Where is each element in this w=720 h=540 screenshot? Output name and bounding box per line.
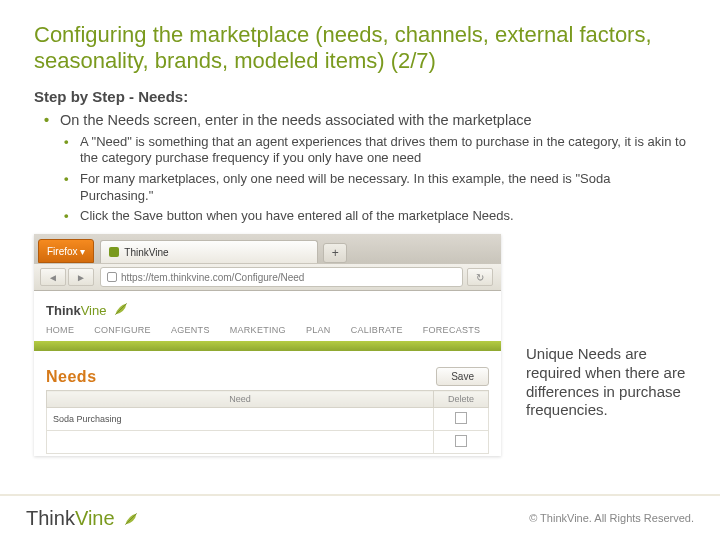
favicon-icon — [109, 247, 119, 257]
slide: Configuring the marketplace (needs, chan… — [0, 0, 720, 540]
browser-chrome: Firefox ▾ ThinkVine + ◄ ► https://tem.th… — [34, 234, 501, 291]
page-header-row: Needs Save — [46, 367, 489, 386]
app-logo: ThinkVine — [34, 291, 501, 321]
bullet-list: On the Needs screen, enter in the needs … — [34, 111, 686, 225]
need-cell-empty[interactable] — [47, 431, 434, 454]
browser-tab[interactable]: ThinkVine — [100, 240, 318, 263]
url-bar-row: ◄ ► https://tem.thinkvine.com/Configure/… — [34, 263, 501, 291]
nav-configure[interactable]: CONFIGURE — [94, 325, 151, 335]
need-cell[interactable]: Soda Purchasing — [47, 408, 434, 431]
col-delete: Delete — [434, 391, 489, 408]
forward-button[interactable]: ► — [68, 268, 94, 286]
bullet-1a: A "Need" is something that an agent expe… — [78, 134, 686, 167]
app-content: ThinkVine HOME CONFIGURE AGENTS MARKETIN… — [34, 291, 501, 456]
leaf-icon — [122, 511, 140, 527]
logo-part-1: Think — [46, 303, 81, 318]
table-row — [47, 431, 489, 454]
leaf-icon — [112, 301, 130, 317]
slide-footer: ThinkVine © ThinkVine. All Rights Reserv… — [0, 494, 720, 540]
bullet-1b: For many marketplaces, only one need wil… — [78, 171, 686, 204]
nav-reports-truncated[interactable]: RE — [500, 325, 501, 335]
tab-strip: Firefox ▾ ThinkVine + — [34, 234, 501, 263]
table-header-row: Need Delete — [47, 391, 489, 408]
nav-agents[interactable]: AGENTS — [171, 325, 210, 335]
url-text: https://tem.thinkvine.com/Configure/Need — [121, 272, 304, 283]
col-need: Need — [47, 391, 434, 408]
page-body: Needs Save Need Delete Soda Purchasing — [34, 351, 501, 456]
delete-checkbox[interactable] — [455, 412, 467, 424]
nav-marketing[interactable]: MARKETING — [230, 325, 286, 335]
footer-logo-2: Vine — [75, 507, 115, 529]
step-heading: Step by Step - Needs: — [34, 88, 686, 105]
lock-icon — [107, 272, 117, 282]
browser-screenshot: Firefox ▾ ThinkVine + ◄ ► https://tem.th… — [34, 234, 501, 456]
footer-logo: ThinkVine — [26, 507, 140, 530]
save-button[interactable]: Save — [436, 367, 489, 386]
needs-table: Need Delete Soda Purchasing — [46, 390, 489, 454]
table-row: Soda Purchasing — [47, 408, 489, 431]
nav-home[interactable]: HOME — [46, 325, 74, 335]
nav-plan[interactable]: PLAN — [306, 325, 331, 335]
logo-part-2: Vine — [81, 303, 107, 318]
side-note: Unique Needs are required when there are… — [526, 345, 686, 420]
tab-label: ThinkVine — [124, 247, 168, 258]
nav-calibrate[interactable]: CALIBRATE — [351, 325, 403, 335]
app-nav: HOME CONFIGURE AGENTS MARKETING PLAN CAL… — [34, 321, 501, 341]
slide-title: Configuring the marketplace (needs, chan… — [34, 22, 686, 74]
delete-checkbox[interactable] — [455, 435, 467, 447]
bullet-1: On the Needs screen, enter in the needs … — [58, 111, 686, 130]
back-button[interactable]: ◄ — [40, 268, 66, 286]
accent-bar — [34, 341, 501, 351]
new-tab-button[interactable]: + — [323, 243, 347, 263]
reload-button[interactable]: ↻ — [467, 268, 493, 286]
copyright: © ThinkVine. All Rights Reserved. — [529, 512, 694, 524]
footer-logo-1: Think — [26, 507, 75, 529]
firefox-menu-button[interactable]: Firefox ▾ — [38, 239, 94, 263]
nav-forecasts[interactable]: FORECASTS — [423, 325, 481, 335]
bullet-1c: Click the Save button when you have ente… — [78, 208, 686, 225]
address-bar[interactable]: https://tem.thinkvine.com/Configure/Need — [100, 267, 463, 287]
page-title: Needs — [46, 368, 97, 386]
